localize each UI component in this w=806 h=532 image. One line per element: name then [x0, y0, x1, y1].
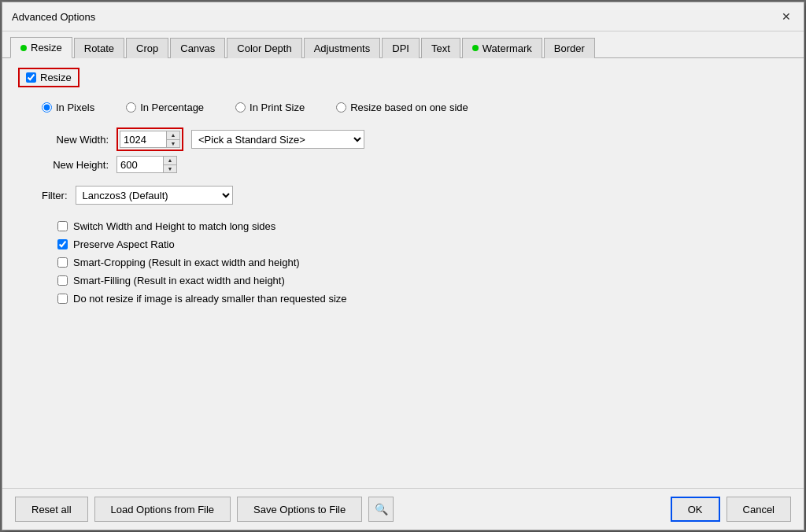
filter-row: Filter: Lanczos3 (Default) Box Bilinear …: [42, 186, 788, 205]
resize-checkbox[interactable]: [26, 72, 36, 83]
dialog-title: Advanced Options: [12, 11, 95, 23]
new-width-input[interactable]: [120, 131, 167, 148]
tab-watermark-label: Watermark: [482, 42, 532, 54]
ok-button[interactable]: OK: [671, 497, 720, 522]
reset-all-button[interactable]: Reset all: [15, 497, 88, 522]
checkbox-switch-dimensions: Switch Width and Height to match long si…: [57, 220, 788, 232]
options-checkboxes: Switch Width and Height to match long si…: [57, 220, 788, 305]
browse-icon-button[interactable]: 🔍: [368, 497, 394, 522]
tab-color-depth-label: Color Depth: [237, 42, 291, 54]
smart-cropping-label: Smart-Cropping (Result in exact width an…: [73, 257, 300, 268]
height-spin-down[interactable]: ▼: [164, 165, 176, 173]
width-row: New Width: ▲ ▼ <Pick a Standard Size> 64…: [42, 127, 788, 151]
tab-canvas-label: Canvas: [180, 42, 215, 54]
tab-resize[interactable]: Resize: [10, 37, 72, 58]
height-row: New Height: ▲ ▼: [42, 156, 788, 173]
new-height-container: ▲ ▼: [116, 156, 177, 173]
switch-dimensions-label: Switch Width and Height to match long si…: [73, 220, 275, 232]
checkbox-preserve-aspect: Preserve Aspect Ratio: [57, 238, 788, 250]
new-width-container: ▲ ▼: [116, 127, 183, 151]
new-width-label: New Width:: [42, 134, 109, 146]
tab-crop[interactable]: Crop: [126, 38, 168, 58]
tab-watermark[interactable]: Watermark: [462, 38, 542, 58]
no-resize-smaller-checkbox[interactable]: [57, 294, 68, 304]
tab-bar: Resize Rotate Crop Canvas Color Depth Ad…: [2, 31, 804, 58]
dialog-footer: Reset all Load Options from File Save Op…: [2, 488, 804, 530]
radio-in-print-size: In Print Size: [235, 102, 305, 113]
tab-text-label: Text: [431, 42, 450, 54]
radio-resize-one-side-label: Resize based on one side: [350, 102, 468, 113]
resize-dot: [20, 45, 27, 51]
new-height-label: New Height:: [42, 159, 109, 171]
radio-in-pixels: In Pixels: [42, 102, 94, 113]
save-options-button[interactable]: Save Options to File: [237, 497, 362, 522]
tab-canvas[interactable]: Canvas: [170, 38, 225, 58]
filter-label: Filter:: [42, 190, 68, 201]
cancel-button[interactable]: Cancel: [727, 497, 791, 522]
tab-dpi[interactable]: DPI: [382, 38, 420, 58]
tab-content: Resize In Pixels In Percentage In Print …: [2, 58, 804, 488]
tab-text[interactable]: Text: [421, 38, 460, 58]
width-spin-up[interactable]: ▲: [167, 131, 179, 139]
standard-size-dropdown[interactable]: <Pick a Standard Size> 640x480 800x600 1…: [191, 130, 364, 149]
checkbox-no-resize-smaller: Do not resize if image is already smalle…: [57, 293, 788, 305]
filter-dropdown[interactable]: Lanczos3 (Default) Box Bilinear Bicubic: [76, 186, 233, 205]
tab-dpi-label: DPI: [392, 42, 409, 54]
resize-checkbox-container: Resize: [18, 68, 79, 87]
preserve-aspect-label: Preserve Aspect Ratio: [73, 238, 175, 250]
height-spinner: ▲ ▼: [164, 156, 177, 173]
advanced-options-dialog: Advanced Options ✕ Resize Rotate Crop Ca…: [2, 2, 804, 530]
watermark-dot: [472, 45, 479, 51]
radio-options-row: In Pixels In Percentage In Print Size Re…: [42, 102, 788, 113]
resize-checkbox-row: Resize: [18, 68, 788, 87]
no-resize-smaller-label: Do not resize if image is already smalle…: [73, 293, 347, 305]
tab-border[interactable]: Border: [544, 38, 595, 58]
tab-adjustments[interactable]: Adjustments: [304, 38, 381, 58]
browse-icon: 🔍: [375, 503, 388, 515]
tab-color-depth[interactable]: Color Depth: [227, 38, 301, 58]
resize-checkbox-label: Resize: [40, 72, 72, 83]
smart-filling-checkbox[interactable]: [57, 275, 68, 286]
width-spin-down[interactable]: ▼: [167, 140, 179, 148]
radio-in-pixels-label: In Pixels: [56, 102, 94, 113]
tab-rotate-label: Rotate: [84, 42, 114, 54]
checkbox-smart-cropping: Smart-Cropping (Result in exact width an…: [57, 257, 788, 268]
tab-border-label: Border: [554, 42, 585, 54]
checkbox-smart-filling: Smart-Filling (Result in exact width and…: [57, 275, 788, 286]
height-spin-up[interactable]: ▲: [164, 157, 176, 164]
tab-adjustments-label: Adjustments: [314, 42, 371, 54]
new-height-input[interactable]: [116, 156, 164, 173]
radio-resize-one-side: Resize based on one side: [336, 102, 468, 113]
close-button[interactable]: ✕: [778, 9, 794, 24]
preserve-aspect-checkbox[interactable]: [57, 239, 68, 249]
smart-filling-label: Smart-Filling (Result in exact width and…: [73, 275, 285, 286]
switch-dimensions-checkbox[interactable]: [57, 221, 68, 231]
tab-resize-label: Resize: [31, 42, 62, 54]
smart-cropping-checkbox[interactable]: [57, 257, 68, 268]
radio-in-percentage-label: In Percentage: [140, 102, 204, 113]
tab-crop-label: Crop: [136, 42, 158, 54]
load-options-button[interactable]: Load Options from File: [94, 497, 231, 522]
radio-in-percentage: In Percentage: [126, 102, 204, 113]
radio-in-print-size-label: In Print Size: [250, 102, 305, 113]
width-spinner: ▲ ▼: [167, 131, 180, 148]
title-bar: Advanced Options ✕: [2, 2, 804, 31]
tab-rotate[interactable]: Rotate: [74, 38, 124, 58]
dimension-fields: New Width: ▲ ▼ <Pick a Standard Size> 64…: [42, 127, 788, 173]
